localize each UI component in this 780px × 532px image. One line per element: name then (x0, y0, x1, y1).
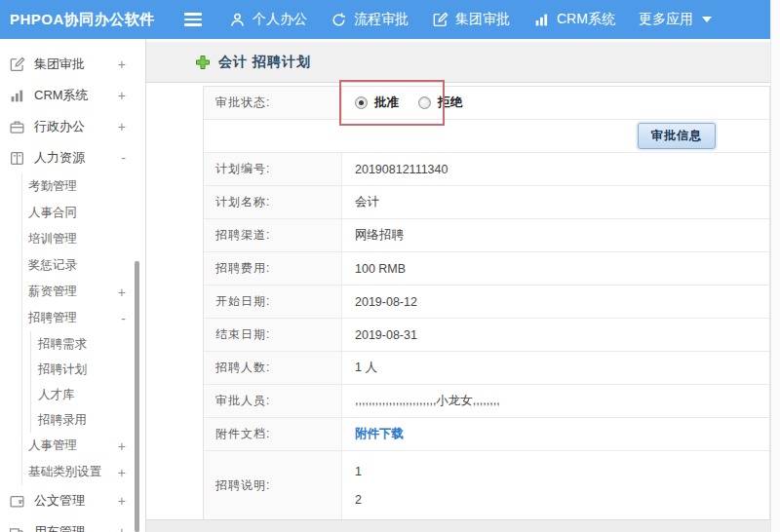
sidebar-item-label: 基础类别设置 (28, 464, 101, 480)
nav-item-label: 流程审批 (354, 11, 409, 28)
sidebar-item-label: 公文管理 (34, 492, 85, 510)
sidebar-item-recruitment-mgmt[interactable]: 招聘管理 - (22, 305, 145, 331)
field-row-plan-name: 计划名称: 会计 (204, 186, 769, 219)
field-label: 招聘说明: (204, 451, 342, 519)
radio-approve-label: 批准 (374, 95, 399, 111)
field-label: 招聘人数: (204, 352, 342, 384)
radio-reject[interactable] (418, 96, 431, 109)
app-logo: PHPOA协同办公软件 (0, 11, 180, 29)
main-content: 会计 招聘计划 审批状态: 批准 拒绝 审批信息 计划编号: 2019 (146, 39, 770, 532)
sidebar-item-label: 招聘计划 (38, 361, 87, 378)
sidebar-item-personnel-mgmt[interactable]: 人事管理 + (22, 433, 145, 459)
sidebar-scrollbar-thumb[interactable] (135, 261, 139, 532)
description-line: 1 (355, 458, 362, 486)
sidebar-item-talent-pool[interactable]: 人才库 (31, 382, 145, 407)
sidebar-item-attendance-mgmt[interactable]: 考勤管理 (22, 173, 145, 200)
sidebar-item-base-category-settings[interactable]: 基础类别设置 + (22, 459, 145, 485)
truck-icon (9, 524, 25, 532)
sidebar-item-label: 用车管理 (34, 523, 85, 532)
expand-icon[interactable]: + (118, 88, 126, 103)
nav-item-label: 集团审批 (455, 11, 510, 28)
expand-icon[interactable]: + (118, 438, 126, 454)
nav-item-process-approval[interactable]: 流程审批 (331, 11, 409, 28)
sidebar-item-label: 培训管理 (28, 231, 77, 247)
user-icon (229, 12, 246, 28)
expand-icon[interactable]: + (118, 57, 126, 72)
nav-item-more-apps[interactable]: 更多应用 (639, 11, 712, 28)
sidebar-item-recruit-demand[interactable]: 招聘需求 (31, 331, 145, 357)
bar-chart-icon (9, 88, 25, 104)
book-icon (9, 150, 25, 167)
approval-info-button[interactable]: 审批信息 (638, 123, 716, 149)
field-value: 20190812111340 (342, 153, 769, 185)
sidebar-item-recruit-plan[interactable]: 招聘计划 (31, 357, 145, 382)
field-row-attachment: 附件文档: 附件下载 (204, 418, 769, 451)
attachment-download-link[interactable]: 附件下载 (355, 426, 404, 442)
field-row-approvers: 审批人员: ,,,,,,,,,,,,,,,,,,,,,,,,小龙女,,,,,,,… (204, 385, 769, 418)
nav-item-label: 更多应用 (639, 11, 693, 28)
navbar-menu: 个人办公 流程审批 集团审批 (180, 9, 712, 30)
human-resources-submenu: 考勤管理 人事合同 培训管理 奖惩记录 薪资管理 + 招聘管理 - 招聘需求 招… (21, 173, 145, 485)
nav-item-label: CRM系统 (557, 11, 615, 28)
page-title: 会计 招聘计划 (218, 54, 311, 71)
expand-icon[interactable]: + (118, 285, 126, 300)
expand-icon[interactable]: + (118, 465, 126, 480)
sidebar-item-training-mgmt[interactable]: 培训管理 (22, 226, 145, 252)
sidebar-item-document-mgmt[interactable]: 公文管理 + (0, 485, 145, 516)
field-label: 招聘渠道: (204, 219, 342, 251)
sidebar-item-vehicle-mgmt[interactable]: 用车管理 + (0, 516, 145, 532)
expand-icon[interactable]: + (118, 524, 126, 532)
expand-icon[interactable]: + (118, 493, 126, 509)
field-row-end-date: 结束日期: 2019-08-31 (204, 319, 769, 352)
field-label: 开始日期: (204, 285, 342, 318)
hamburger-menu-icon[interactable] (180, 9, 206, 30)
field-row-approval-status: 审批状态: 批准 拒绝 (204, 87, 769, 120)
sidebar-item-label: 招聘需求 (38, 336, 87, 353)
sidebar-item-label: 人才库 (38, 387, 75, 403)
sidebar-item-recruit-hire[interactable]: 招聘录用 (31, 407, 145, 433)
field-label: 结束日期: (204, 319, 342, 351)
sidebar-item-reward-records[interactable]: 奖惩记录 (22, 252, 145, 279)
recruitment-submenu: 招聘需求 招聘计划 人才库 招聘录用 (30, 331, 145, 433)
edit-icon (9, 57, 25, 73)
expand-icon[interactable]: + (118, 119, 126, 134)
edit-icon (432, 12, 448, 28)
sidebar-item-label: 招聘管理 (28, 310, 77, 326)
description-line: 2 (355, 486, 362, 514)
field-row-headcount: 招聘人数: 1 人 (204, 352, 769, 385)
collapse-icon[interactable]: - (121, 311, 126, 326)
collapse-icon[interactable]: - (121, 150, 126, 166)
field-label: 审批人员: (204, 385, 342, 417)
cycle-icon (331, 12, 347, 28)
field-row-recruit-cost: 招聘费用: 100 RMB (204, 252, 769, 285)
sidebar-item-label: 人事合同 (28, 205, 77, 221)
top-navbar: PHPOA协同办公软件 个人办公 流程审批 (0, 0, 770, 39)
nav-item-personal-office[interactable]: 个人办公 (229, 11, 307, 28)
page-scrollbar[interactable] (770, 0, 780, 532)
bar-chart-icon (533, 12, 550, 28)
recruit-plan-form: 审批状态: 批准 拒绝 审批信息 计划编号: 20190812111340 计划… (203, 86, 770, 520)
content-header: 会计 招聘计划 (146, 39, 770, 83)
sidebar-item-admin-office[interactable]: 行政办公 + (0, 111, 145, 142)
sidebar-item-crm-system[interactable]: CRM系统 + (0, 80, 145, 111)
plus-icon (195, 55, 211, 70)
field-row-plan-number: 计划编号: 20190812111340 (204, 153, 769, 186)
sidebar-item-label: 奖惩记录 (28, 257, 77, 274)
radio-reject-label: 拒绝 (438, 95, 462, 111)
field-row-recruit-channel: 招聘渠道: 网络招聘 (204, 219, 769, 252)
radio-approve[interactable] (355, 96, 368, 109)
nav-item-crm-system[interactable]: CRM系统 (533, 11, 615, 28)
sidebar-item-human-resources[interactable]: 人力资源 - (0, 142, 145, 173)
field-row-recruit-description: 招聘说明: 1 2 (204, 451, 769, 519)
sidebar-item-label: 人力资源 (34, 149, 85, 167)
sidebar-item-label: CRM系统 (34, 87, 89, 104)
field-value: ,,,,,,,,,,,,,,,,,,,,,,,,小龙女,,,,,,,, (342, 385, 769, 417)
field-label: 计划编号: (204, 153, 342, 185)
sidebar-item-personnel-contract[interactable]: 人事合同 (22, 200, 145, 226)
nav-item-group-approval[interactable]: 集团审批 (432, 11, 510, 28)
sidebar-item-salary-mgmt[interactable]: 薪资管理 + (22, 279, 145, 305)
field-value: 2019-08-12 (342, 285, 769, 318)
app-window: PHPOA协同办公软件 个人办公 流程审批 (0, 0, 780, 532)
sidebar-item-group-approval[interactable]: 集团审批 + (0, 49, 145, 80)
field-value: 2019-08-31 (342, 319, 769, 351)
